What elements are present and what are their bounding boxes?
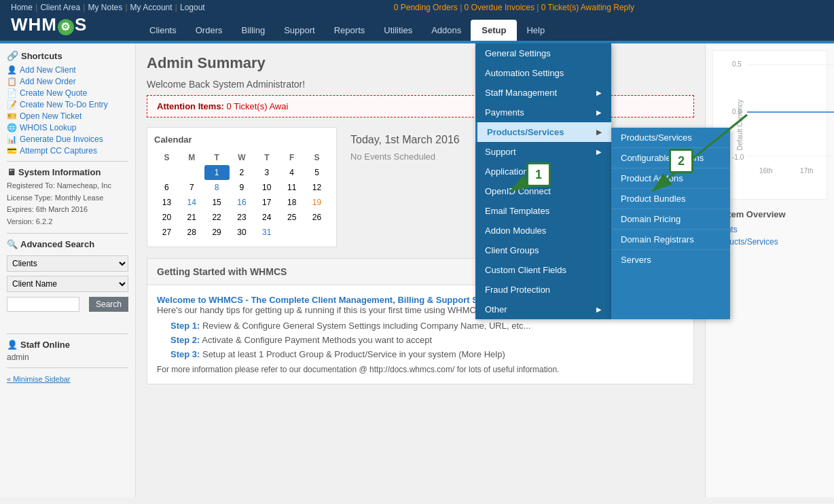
gs-step-1: Step 1: Review & Configure General Syste… [170,321,684,331]
nav-reports[interactable]: Reports [325,20,375,41]
advanced-search-title: 🔍Advanced Search [7,239,128,249]
cal-day[interactable]: 26 [304,210,329,225]
cal-day[interactable]: 19 [304,195,329,210]
nav-billing[interactable]: Billing [232,20,274,41]
shortcut-whois[interactable]: 🌐WHOIS Lookup [7,123,128,132]
main-nav: Clients Orders Billing Support Reports U… [140,20,834,41]
cal-day[interactable]: 16 [230,195,255,210]
nav-setup[interactable]: Setup [471,20,517,41]
cal-day[interactable]: 3 [254,165,279,180]
menu-general-settings[interactable]: General Settings [475,43,611,63]
sidebar: 🔗 Shortcuts 👤Add New Client 📋Add New Ord… [0,43,136,497]
cal-day[interactable]: 5 [304,165,329,180]
cal-day[interactable]: 13 [154,195,179,210]
top-link-client-area[interactable]: Client Area [40,3,80,12]
search-dropdown-1[interactable]: Clients [7,255,128,272]
menu-addon-modules[interactable]: Addon Modules [475,221,611,240]
cal-day[interactable]: 30 [230,225,255,240]
calendar-grid: S M T W T F S 1 [154,150,329,240]
submenu-domain-registrars[interactable]: Domain Registrars [611,230,730,250]
cal-day[interactable]: 17 [254,195,279,210]
cal-day[interactable]: 28 [179,225,204,240]
cal-day[interactable]: 18 [279,195,304,210]
menu-automation-settings[interactable]: Automation Settings [475,63,611,83]
top-link-my-notes[interactable]: My Notes [88,3,123,12]
cal-day[interactable]: 12 [304,180,329,195]
shortcut-cc-captures[interactable]: 💳Attempt CC Captures [7,146,128,156]
cal-day[interactable]: 27 [154,225,179,240]
cal-day[interactable]: 6 [154,180,179,195]
submenu-products-services[interactable]: Products/Services [611,128,730,148]
top-link-my-account[interactable]: My Account [130,3,173,12]
nav-help[interactable]: Help [517,20,554,41]
sysinfo-line2: License Type: Monthly Lease [7,192,128,204]
nav-orders[interactable]: Orders [186,20,232,41]
pending-orders: 0 Pending Orders [394,3,458,12]
top-link-logout[interactable]: Logout [180,3,205,12]
cal-day[interactable]: 31 [254,225,279,240]
shortcut-add-client[interactable]: 👤Add New Client [7,65,128,75]
nav-support[interactable]: Support [274,20,325,41]
shortcut-create-quote[interactable]: 📄Create New Quote [7,88,128,98]
cal-day[interactable]: 20 [154,210,179,225]
cal-day[interactable]: 9 [230,180,255,195]
cal-day[interactable]: 23 [230,210,255,225]
cal-day[interactable]: 8 [204,180,230,195]
search-button[interactable]: Search [89,297,128,312]
overdue-invoices: 0 Overdue Invoices [465,3,534,12]
svg-text:0.5: 0.5 [732,60,742,68]
shortcuts-title: 🔗 Shortcuts [7,50,128,61]
top-link-home[interactable]: Home [11,3,33,12]
shortcut-add-order[interactable]: 📋Add New Order [7,77,128,86]
gs-step-3: Step 3: Setup at least 1 Product Group &… [170,349,684,359]
cal-day[interactable]: 22 [204,210,230,225]
shortcut-invoices[interactable]: 📊Generate Due Invoices [7,134,128,144]
cal-day[interactable]: 2 [230,165,255,180]
cal-day[interactable]: 10 [254,180,279,195]
cal-day[interactable]: 21 [179,210,204,225]
submenu-product-bundles[interactable]: Product Bundles [611,189,730,209]
shortcut-open-ticket[interactable]: 🎫Open New Ticket [7,111,128,121]
logo: WHM⚙S [11,14,87,35]
menu-other[interactable]: Other▶ [475,300,611,319]
attention-text: 0 Ticket(s) Awai [227,101,289,111]
attention-label: Attention Items: [157,101,224,111]
menu-payments[interactable]: Payments▶ [475,103,611,122]
menu-email-templates[interactable]: Email Templates [475,201,611,221]
menu-products-services[interactable]: Products/Services▶ [475,122,611,142]
staff-online-title: 👤Staff Online [7,340,128,350]
annotation-badge-1: 1 [526,162,551,187]
cal-day[interactable]: 4 [279,165,304,180]
search-dropdown-2[interactable]: Client Name [7,276,128,292]
nav-clients[interactable]: Clients [140,20,186,41]
submenu-servers[interactable]: Servers [611,250,730,270]
sysinfo-line1: Registered To: Namecheap, Inc [7,180,128,192]
tickets-awaiting: 0 Ticket(s) Awaiting Reply [541,3,634,12]
annotation-badge-2: 2 [669,149,693,173]
submenu-domain-pricing[interactable]: Domain Pricing [611,209,730,230]
menu-staff-management[interactable]: Staff Management▶ [475,83,611,103]
cal-today[interactable]: 1 [204,165,230,180]
search-input[interactable] [7,297,79,312]
minimise-sidebar[interactable]: « Minimise Sidebar [7,375,71,383]
cal-day[interactable]: 24 [254,210,279,225]
cal-day[interactable]: 25 [279,210,304,225]
cal-day[interactable]: 29 [204,225,230,240]
cal-day[interactable]: 7 [179,180,204,195]
menu-client-groups[interactable]: Client Groups [475,240,611,260]
nav-addons[interactable]: Addons [422,20,471,41]
menu-fraud-protection[interactable]: Fraud Protection [475,280,611,300]
cal-day[interactable]: 15 [204,195,230,210]
calendar-title: Calendar [154,134,329,145]
gs-footer: For more information please refer to our… [157,365,684,374]
nav-utilities[interactable]: Utilities [374,20,422,41]
gs-step-2: Step 2: Activate & Configure Payment Met… [170,335,684,345]
menu-custom-client-fields[interactable]: Custom Client Fields [475,260,611,280]
svg-text:17th: 17th [800,167,813,175]
cal-day[interactable]: 14 [179,195,204,210]
staff-name: admin [7,353,128,362]
svg-text:16th: 16th [759,167,772,175]
shortcut-todo[interactable]: 📝Create New To-Do Entry [7,100,128,109]
cal-day[interactable]: 11 [279,180,304,195]
menu-support[interactable]: Support▶ [475,142,611,162]
